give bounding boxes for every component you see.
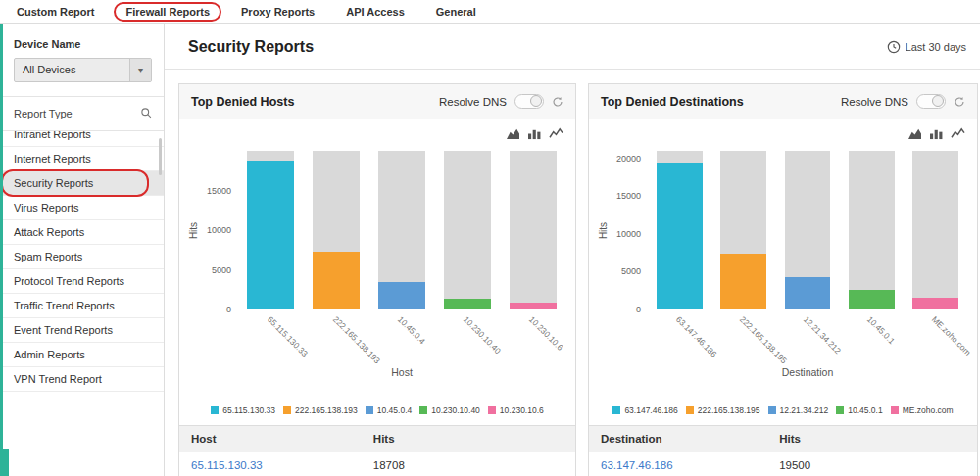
left-edge-accent [0, 24, 3, 476]
time-range-button[interactable]: Last 30 days [887, 40, 966, 54]
sidebar-item-protocol-trend-reports[interactable]: Protocol Trend Reports [0, 269, 164, 294]
bar-10-45-0-1[interactable] [849, 290, 895, 309]
tab-proxy-reports[interactable]: Proxy Reports [239, 6, 317, 18]
y-tick-label: 5000 [621, 266, 641, 276]
bar-me-zoho-com[interactable] [912, 298, 958, 309]
bar-chart: Hits0500010000150002000063.147.46.186222… [589, 143, 977, 378]
line-chart-icon[interactable] [549, 127, 564, 140]
report-type-list: Intranet ReportsInternet ReportsSecurity… [0, 131, 164, 392]
x-tick-label: 65.115.130.33 [266, 314, 310, 358]
bar-chart: Hits05000100001500065.115.130.33222.165.… [179, 143, 575, 378]
table-cell-value: 18708 [362, 452, 575, 476]
y-axis-label: Hits [188, 222, 199, 239]
background-bar [912, 151, 958, 309]
toggle-knob [530, 95, 542, 107]
tab-firewall-reports[interactable]: Firewall Reports [123, 6, 212, 18]
sidebar-item-admin-reports[interactable]: Admin Reports [0, 343, 164, 367]
bar-slot: 65.115.130.33 [238, 151, 304, 309]
bar-10-230-10-6[interactable] [510, 303, 557, 309]
y-tick-label: 20000 [616, 154, 641, 164]
legend-item-10-45-0-4[interactable]: 10.45.0.4 [366, 405, 412, 415]
scrollbar-thumb[interactable] [159, 138, 162, 175]
main-content: Security Reports Last 30 days Top Denied… [165, 24, 980, 476]
table-cell-link[interactable]: 65.115.130.33 [179, 452, 362, 476]
x-axis-label: Host [238, 366, 565, 378]
legend-item-10-230-10-6[interactable]: 10.230.10.6 [488, 405, 544, 415]
legend-item-222-165-138-193[interactable]: 222.165.138.193 [283, 405, 358, 415]
sidebar-item-intranet-reports[interactable]: Intranet Reports [0, 131, 164, 147]
resolve-dns-toggle[interactable] [514, 94, 544, 109]
bar-slot: 222.165.138.193 [304, 151, 369, 309]
tab-general[interactable]: General [434, 6, 478, 18]
sidebar-item-security-reports[interactable]: Security Reports [0, 171, 164, 196]
bar-slot: 10.230.10.6 [500, 151, 565, 309]
tab-custom-report[interactable]: Custom Report [15, 6, 96, 18]
search-icon[interactable] [140, 107, 152, 120]
y-tick-label: 0 [636, 305, 641, 314]
x-tick-label: 10.230.10.6 [527, 314, 565, 353]
bar-10-45-0-4[interactable] [378, 282, 425, 309]
sidebar-item-vpn-trend-report[interactable]: VPN Trend Report [0, 367, 164, 392]
table-cell-link[interactable]: 63.147.46.186 [589, 452, 767, 476]
time-range-label: Last 30 days [906, 41, 966, 53]
bar-12-21-34-212[interactable] [785, 277, 831, 309]
bottom-left-accent [0, 449, 9, 476]
area-chart-icon[interactable] [506, 127, 520, 140]
sidebar-item-internet-reports[interactable]: Internet Reports [0, 147, 164, 171]
bar-slot: 63.147.46.186 [648, 151, 711, 309]
panel-title: Top Denied Hosts [191, 95, 294, 109]
legend-item-10-230-10-40[interactable]: 10.230.10.40 [419, 405, 480, 415]
chevron-down-icon[interactable]: ▾ [129, 59, 151, 81]
x-tick-label: 10.45.0.4 [396, 314, 427, 346]
nav-tabs: Custom ReportFirewall ReportsProxy Repor… [0, 0, 980, 23]
bar-222-165-138-195[interactable] [720, 254, 766, 309]
legend-item-10-45-0-1[interactable]: 10.45.0.1 [836, 405, 882, 415]
refresh-icon[interactable] [552, 96, 564, 108]
x-tick-label: 12.21.34.212 [802, 314, 843, 356]
legend-item-63-147-46-186[interactable]: 63.147.46.186 [612, 405, 677, 415]
sidebar-item-attack-reports[interactable]: Attack Reports [0, 220, 164, 245]
bar-slot: 10.230.10.40 [434, 151, 500, 309]
tab-api-access[interactable]: API Access [344, 6, 407, 18]
panels: Top Denied HostsResolve DNSHits050001000… [165, 70, 980, 476]
legend-label: ME.zoho.com [903, 405, 954, 415]
panel-title: Top Denied Destinations [601, 95, 744, 109]
legend-swatch [891, 406, 899, 414]
y-tick-label: 10000 [207, 225, 231, 235]
background-bar [849, 151, 895, 309]
legend-swatch [768, 406, 776, 414]
bar-chart-icon[interactable] [929, 127, 944, 140]
page-header: Security Reports Last 30 days [165, 24, 980, 70]
legend-label: 12.21.34.212 [780, 405, 829, 415]
chart-type-switcher [589, 119, 977, 143]
summary-table: HostHits65.115.130.3318708 [179, 425, 575, 476]
panel-top-denied-hosts: Top Denied HostsResolve DNSHits050001000… [178, 83, 576, 476]
bar-222-165-138-193[interactable] [313, 252, 360, 309]
area-chart-icon[interactable] [907, 127, 922, 140]
legend-item-65-115-130-33[interactable]: 65.115.130.33 [211, 405, 275, 415]
legend-item-222-165-138-195[interactable]: 222.165.138.195 [686, 405, 760, 415]
line-chart-icon[interactable] [951, 127, 965, 140]
table-header-cell: Hits [362, 426, 575, 452]
sidebar-item-spam-reports[interactable]: Spam Reports [0, 245, 164, 269]
bar-chart-icon[interactable] [527, 127, 542, 140]
device-name-section: Device Name All Devices ▾ [0, 24, 164, 97]
sidebar-item-event-trend-reports[interactable]: Event Trend Reports [0, 318, 164, 343]
background-bar [510, 151, 557, 309]
legend-item-me-zoho-com[interactable]: ME.zoho.com [891, 405, 954, 415]
sidebar-item-traffic-trend-reports[interactable]: Traffic Trend Reports [0, 294, 164, 318]
legend-swatch [283, 406, 291, 414]
bar-10-230-10-40[interactable] [444, 299, 491, 309]
device-select[interactable]: All Devices ▾ [14, 58, 152, 82]
app-window: Custom ReportFirewall ReportsProxy Repor… [0, 0, 980, 476]
legend: 65.115.130.33222.165.138.19310.45.0.410.… [179, 405, 575, 415]
bar-63-147-46-186[interactable] [657, 163, 703, 309]
sidebar-item-virus-reports[interactable]: Virus Reports [0, 196, 164, 220]
refresh-icon[interactable] [954, 96, 965, 108]
resolve-dns-toggle[interactable] [916, 94, 946, 109]
bar-65-115-130-33[interactable] [247, 161, 294, 309]
legend-item-12-21-34-212[interactable]: 12.21.34.212 [768, 405, 829, 415]
bar-slot: 12.21.34.212 [775, 151, 839, 309]
x-tick-label: 10.230.10.40 [462, 314, 503, 356]
bar-slot: 222.165.138.195 [711, 151, 775, 309]
